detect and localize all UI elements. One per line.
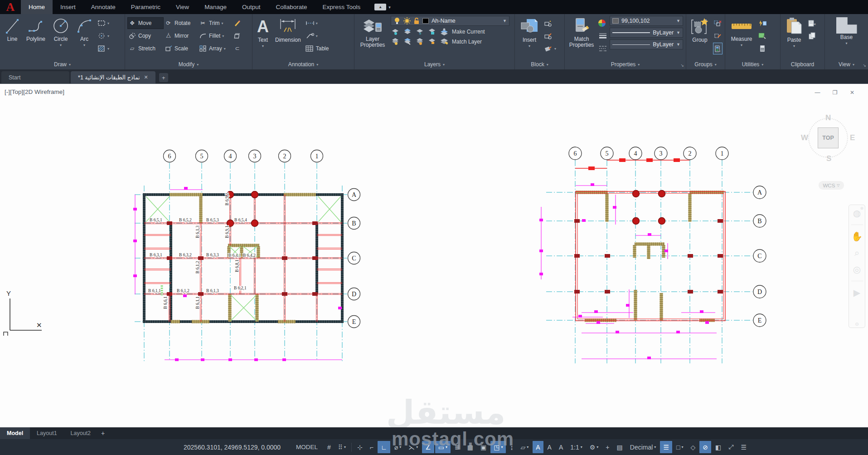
status-ortho-mode-button[interactable]: ∟ (378, 441, 390, 453)
panel-label-view[interactable]: View▾↘ (825, 59, 868, 69)
model-space-button[interactable]: MODEL (291, 441, 323, 453)
paste-dropdown-icon[interactable]: ▾ (793, 44, 795, 48)
new-layout-button[interactable]: + (101, 430, 105, 437)
layer-on-bulb-icon[interactable] (393, 17, 401, 24)
scale-button[interactable]: Scale (164, 43, 198, 54)
match-layer-button[interactable]: Match Layer (452, 39, 482, 45)
menu-tab-manage[interactable]: Manage (197, 0, 234, 14)
menu-tab-collaborate[interactable]: Collaborate (268, 0, 315, 14)
panel-label-clipboard[interactable]: Clipboard (781, 59, 824, 69)
drawing-view[interactable]: B 6,5,1B 6,5,2B 6,5,3B 6,5,4B 6,9,2B 6,9… (0, 84, 868, 428)
edit-block-button[interactable] (544, 30, 556, 41)
hatch-button[interactable]: ▾ (97, 43, 109, 54)
panel-label-groups[interactable]: Groups▾ (686, 59, 725, 69)
navigation-bar[interactable]: ⊗ ◍ ✋ ⌕ ◎ ▶ ⊖ (849, 205, 865, 328)
status-clean-screen-button[interactable]: ⤢ (725, 441, 737, 453)
group-edit-button[interactable] (713, 30, 722, 41)
layer-unlock2-icon[interactable] (427, 38, 436, 46)
layer-lock-icon[interactable] (427, 28, 436, 36)
offset-button[interactable]: ⊂ (233, 43, 246, 54)
trim-button[interactable]: ✂Trim▾ (199, 18, 232, 29)
quick-select-button[interactable] (758, 18, 766, 29)
layer-match-icon[interactable] (403, 38, 412, 46)
viewcube-south[interactable]: S (826, 154, 831, 163)
ungroup-button[interactable] (713, 18, 722, 29)
layout-tab-layout1[interactable]: Layout1 (30, 427, 63, 439)
color-wheel-button[interactable] (598, 18, 607, 29)
new-drawing-tab-button[interactable]: + (159, 73, 168, 82)
layout-tab-model[interactable]: Model (0, 427, 30, 439)
status-workspace-switching-button[interactable]: ⚙▾ (587, 441, 602, 453)
measure-dropdown-icon[interactable]: ▾ (741, 43, 742, 47)
linetype-button[interactable] (598, 43, 607, 54)
layer-dropdown-arrow-icon[interactable]: ▼ (503, 19, 507, 23)
quick-calculator-button[interactable] (758, 43, 766, 54)
layer-unlock-icon[interactable] (413, 17, 420, 24)
status-annotation-scale-sync-button[interactable]: A (556, 441, 566, 453)
menu-tab-insert[interactable]: Insert (53, 0, 83, 14)
status-isolate-objects-button[interactable]: ◇ (687, 441, 698, 453)
base-button[interactable]: Base ▾ (834, 16, 859, 47)
drawing-window-controls[interactable]: — ❐ ✕ (815, 89, 860, 96)
navbar-collapse-icon[interactable]: ⊖ (855, 322, 858, 327)
viewcube-top-face[interactable]: TOP (818, 127, 839, 148)
arc-dropdown-icon[interactable]: ▾ (83, 43, 85, 47)
rectangle-button[interactable]: ▾ (97, 18, 109, 29)
status-graphics-performance-button[interactable]: ⊘ (699, 441, 711, 453)
status-hardware-acceleration-button[interactable]: ◧ (712, 441, 724, 453)
polyline-button[interactable]: Polyline (24, 16, 47, 44)
file-tab-close-icon[interactable]: ✕ (144, 74, 148, 80)
layer-isolate-icon[interactable] (403, 28, 412, 36)
status-selection-filtering-button[interactable]: ▱▾ (517, 441, 532, 453)
status-customization-button[interactable]: ☰ (737, 441, 750, 453)
orbit-tool-icon[interactable]: ◎ (853, 264, 861, 275)
drawing-canvas[interactable]: [-][Top][2D Wireframe] — ❐ ✕ B 6,5,1B 6,… (0, 83, 868, 427)
showmotion-icon[interactable]: ▶ (853, 287, 860, 298)
mirror-button[interactable]: ⧊Mirror (164, 30, 198, 41)
circle-dropdown-icon[interactable]: ▾ (60, 43, 62, 47)
base-dropdown-icon[interactable]: ▾ (845, 41, 847, 45)
cut-button[interactable]: ✂ (808, 18, 816, 29)
paste-button[interactable]: Paste ▾ (783, 16, 805, 49)
zoom-tool-icon[interactable]: ⌕ (854, 248, 859, 258)
group-selection-toggle[interactable] (713, 43, 722, 54)
menu-tab-parametric[interactable]: Parametric (123, 0, 168, 14)
panel-label-properties[interactable]: Properties▾↘ (565, 59, 686, 69)
status-annotation-scale-button[interactable]: 1:1▾ (567, 441, 585, 453)
panel-label-layers[interactable]: Layers▾ (354, 59, 514, 69)
status-autoscale-button[interactable]: A (544, 441, 555, 453)
match-properties-button[interactable]: Match Properties (567, 16, 596, 49)
layer-walk-icon[interactable] (391, 38, 399, 46)
status-lock-ui-button[interactable]: □▾ (673, 441, 686, 453)
panel-label-block[interactable]: Block▾ (515, 59, 564, 69)
menu-tab-express-tools[interactable]: Express Tools (315, 0, 369, 14)
lineweight-dropdown[interactable]: ByLayer ▼ (610, 28, 683, 38)
rotate-button[interactable]: ⟳Rotate (164, 18, 198, 29)
dimension-style-button[interactable]: ▾ (305, 18, 329, 29)
array-button[interactable]: Array▾ (199, 43, 232, 54)
explode-button[interactable] (233, 30, 246, 41)
wcs-menu[interactable]: WCS▽ (819, 181, 844, 190)
layer-freeze-icon[interactable]: ✳ (415, 28, 424, 36)
menu-tab-home[interactable]: Home (21, 0, 53, 14)
file-tab-document[interactable]: *نماذج الطبقات الإنشائية 1✕ (71, 71, 155, 83)
properties-dialog-launcher-icon[interactable]: ↘ (680, 63, 684, 68)
menu-tab-annotate[interactable]: Annotate (83, 0, 123, 14)
text-dropdown-icon[interactable]: ▾ (262, 44, 264, 48)
viewcube-west[interactable]: W (801, 133, 808, 142)
status-dynamic-input-button[interactable]: ⌐ (367, 441, 377, 453)
erase-button[interactable] (233, 18, 246, 29)
lineweight-button[interactable] (598, 30, 607, 41)
status-infer-constraints-button[interactable]: ⊹ (354, 441, 366, 453)
copy-clip-button[interactable] (808, 30, 816, 41)
status-snap-mode-button[interactable]: ⠿▾ (335, 441, 349, 453)
measure-button[interactable]: Measure ▾ (728, 16, 755, 49)
stretch-button[interactable]: ▱Stretch (128, 43, 163, 54)
table-button[interactable]: Table (305, 43, 329, 54)
ribbon-display-toggle[interactable]: ▲ (374, 4, 386, 10)
navbar-close-icon[interactable]: ⊗ (860, 206, 863, 210)
layer-thaw-sun-icon[interactable] (403, 17, 411, 24)
layer-color-swatch[interactable] (422, 18, 429, 24)
line-button[interactable]: Line (3, 16, 22, 44)
panel-label-utilities[interactable]: Utilities▾ (725, 59, 780, 69)
